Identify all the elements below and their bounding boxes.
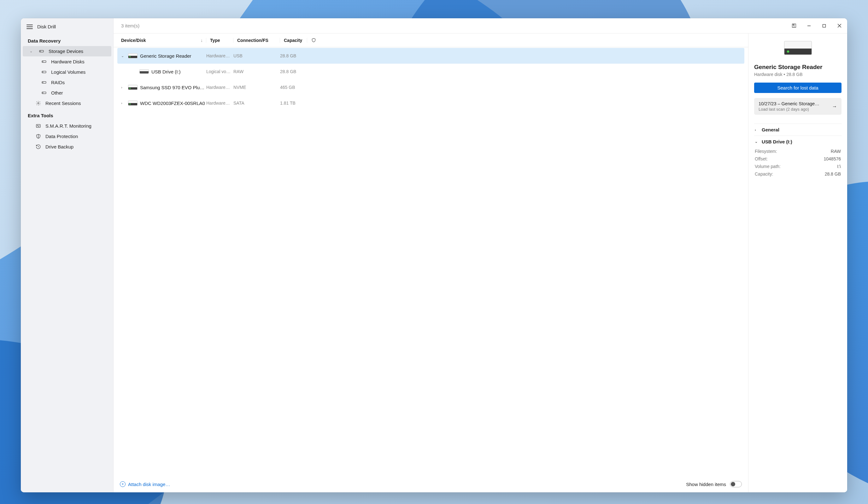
last-scan-subtitle: Load last scan (2 days ago) [758,107,829,112]
close-button[interactable] [836,23,842,29]
sidebar-item-data-protection[interactable]: Data Protection [23,131,111,141]
svg-point-10 [43,93,43,93]
property-key: Offset: [755,156,768,161]
detail-subtitle: Hardware disk • 28.8 GB [754,72,841,77]
device-connection: SATA [234,101,280,106]
accordion-general[interactable]: › General [754,124,841,136]
column-headers: Device/Disk ↓ Type Connection/FS Capacit… [114,33,748,47]
attach-label: Attach disk image… [128,482,170,487]
drive-icon [41,59,47,64]
column-capacity[interactable]: Capacity [280,38,307,43]
device-capacity: 1.81 TB [280,101,307,106]
sidebar-item-other[interactable]: Other [23,88,111,98]
sidebar-item-hardware-disks[interactable]: Hardware Disks [23,56,111,67]
usb-drive-icon [140,69,149,74]
arrow-right-icon: → [832,104,837,109]
sidebar-item-label: RAIDs [51,80,65,85]
device-name: USB Drive (I:) [152,69,181,74]
shield-icon [311,38,316,43]
property-key: Volume path: [755,164,781,169]
device-type: Logical vol… [206,69,234,74]
property-row: Capacity:28.8 GB [755,170,841,178]
sidebar-item-logical-volumes[interactable]: Logical Volumes [23,67,111,77]
svg-point-6 [43,72,43,72]
hidden-items-label: Show hidden items [686,482,726,487]
device-row[interactable]: ⌄Generic Storage ReaderHardware…USB28.8 … [117,48,744,64]
last-scan-title: 10/27/23 – Generic Storage… [758,101,829,106]
sidebar-item-label: Storage Devices [49,49,83,54]
bookmark-icon[interactable] [791,23,797,29]
device-row[interactable]: ›Samsung SSD 970 EVO Plu…Hardware…NVME46… [117,80,744,95]
sidebar-item-label: Hardware Disks [51,59,84,64]
detail-pane: Generic Storage Reader Hardware disk • 2… [748,33,847,492]
app-window: Disk Drill Data Recovery ⌄ Storage Devic… [21,18,847,492]
device-connection: USB [234,53,280,58]
gear-icon [35,101,41,106]
device-name: WDC WD2003FZEX-00SRLA0 [140,101,205,106]
column-connection[interactable]: Connection/FS [234,38,280,43]
history-icon [35,144,41,149]
property-row: Filesystem:RAW [755,147,841,155]
sidebar-item-label: Logical Volumes [51,69,85,75]
window-controls [791,23,842,29]
bottombar: + Attach disk image… Show hidden items [114,476,748,492]
device-type: Hardware… [206,101,234,106]
last-scan-card[interactable]: 10/27/23 – Generic Storage… Load last sc… [754,98,841,115]
property-key: Filesystem: [755,149,777,154]
column-label: Device/Disk [121,38,146,43]
activity-icon [35,123,41,129]
column-device[interactable]: Device/Disk ↓ [114,38,206,43]
minimize-button[interactable] [806,23,812,29]
sidebar-item-smart[interactable]: S.M.A.R.T. Monitoring [23,121,111,131]
property-value: 1048576 [824,156,841,161]
device-name: Samsung SSD 970 EVO Plu… [140,85,204,90]
sidebar-item-label: Drive Backup [45,144,73,149]
chevron-right-icon[interactable]: › [121,85,125,89]
drive-icon [41,80,47,85]
sidebar-item-label: S.M.A.R.T. Monitoring [45,123,92,129]
menu-icon[interactable] [27,24,33,29]
accordion-volume[interactable]: ⌄ USB Drive (I:) Filesystem:RAWOffset:10… [754,136,841,181]
chevron-down-icon[interactable]: ⌄ [121,54,125,58]
topbar: 3 item(s) [114,18,847,33]
device-row[interactable]: USB Drive (I:)Logical vol…RAW28.8 GB [117,64,744,80]
column-type[interactable]: Type [206,38,234,43]
disk-drive-icon [128,53,137,58]
device-connection: RAW [234,69,280,74]
disk-drive-icon [128,85,137,90]
chevron-down-icon: ⌄ [755,140,758,144]
device-name: Generic Storage Reader [140,53,192,59]
chevron-right-icon[interactable]: › [121,101,125,105]
sidebar-item-drive-backup[interactable]: Drive Backup [23,141,111,152]
sidebar-item-storage-devices[interactable]: ⌄ Storage Devices [23,46,111,56]
sort-desc-icon: ↓ [200,38,203,43]
property-value: I:\ [837,164,841,169]
sidebar-item-recent-sessions[interactable]: Recent Sessions [23,98,111,108]
sidebar-item-label: Recent Sessions [45,101,81,106]
device-row[interactable]: ›WDC WD2003FZEX-00SRLA0Hardware…SATA1.81… [117,95,744,111]
device-capacity: 465 GB [280,85,307,90]
device-capacity: 28.8 GB [280,53,307,58]
svg-point-8 [43,82,43,83]
device-illustration [754,41,841,55]
property-row: Volume path:I:\ [755,162,841,170]
plus-circle-icon: + [120,481,125,487]
sidebar-item-raids[interactable]: RAIDs [23,77,111,88]
attach-disk-image-button[interactable]: + Attach disk image… [120,481,170,487]
sidebar-section-data-recovery: Data Recovery [21,34,113,46]
svg-point-2 [40,51,40,51]
drive-icon [39,49,44,54]
column-protection[interactable] [307,38,320,43]
device-list: Device/Disk ↓ Type Connection/FS Capacit… [114,33,748,492]
shield-icon [35,134,41,139]
chevron-down-icon: ⌄ [30,49,34,53]
svg-point-11 [38,103,39,104]
sidebar-section-extra-tools: Extra Tools [21,108,113,121]
search-lost-data-button[interactable]: Search for lost data [754,83,841,93]
hidden-items-toggle[interactable] [730,481,742,487]
property-value: RAW [831,149,841,154]
accordion-label: USB Drive (I:) [762,139,792,144]
accordion-label: General [762,127,779,133]
maximize-button[interactable] [821,23,827,29]
column-label: Capacity [284,38,302,43]
